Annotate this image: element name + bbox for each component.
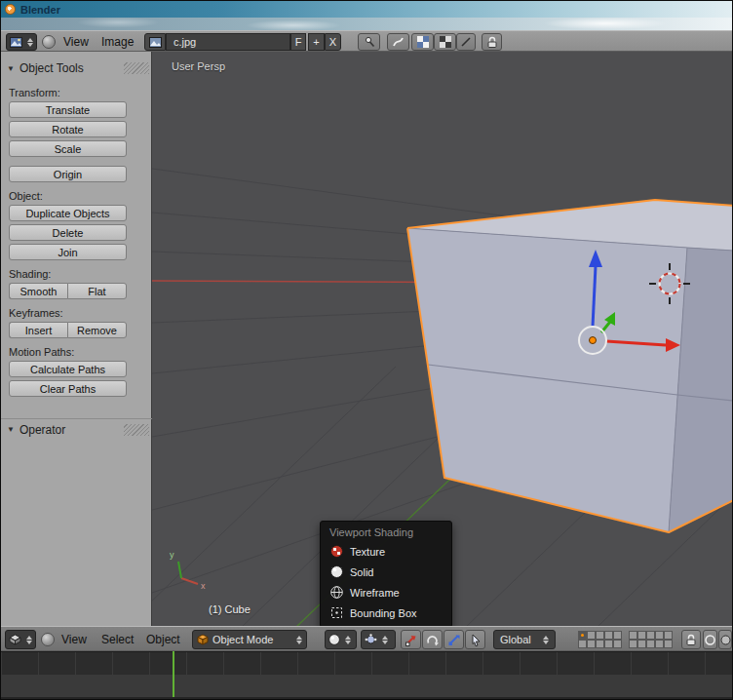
timeline-current-frame[interactable] [173,651,174,697]
menu-item-bounding-box[interactable]: Bounding Box [321,603,451,623]
layer-cell[interactable] [637,631,646,640]
layer-cell[interactable] [596,631,604,640]
viewport-shading-popup: Viewport Shading Texture Solid Wireframe [320,521,452,626]
image-paint-button[interactable] [387,33,409,51]
update-lock-button[interactable] [482,33,502,51]
menu-item-label: Wireframe [350,587,400,599]
layer-cell[interactable] [629,631,637,640]
section-label-motion-paths: Motion Paths: [9,346,127,361]
calculate-paths-button[interactable]: Calculate Paths [9,361,127,377]
insert-keyframe-button[interactable]: Insert [9,322,67,338]
duplicate-objects-button[interactable]: Duplicate Objects [9,205,127,221]
menu-item-texture[interactable]: Texture [321,541,451,562]
editor-type-selector[interactable] [6,33,37,51]
layer-cell[interactable] [604,631,613,640]
layer-cell[interactable] [578,640,587,648]
render-animation-icon [720,635,731,645]
menu-view[interactable]: View [63,35,89,49]
viewport-shading-dropdown[interactable] [325,630,357,649]
fake-user-button[interactable]: F [290,33,306,51]
layer-cell[interactable] [664,631,673,640]
opengl-render-animation-button[interactable] [718,630,732,649]
shade-smooth-button[interactable]: Smooth [9,283,67,299]
layer-cell[interactable] [637,640,646,648]
editor-selector-arrows-icon [26,636,32,644]
layer-cell[interactable] [664,640,673,648]
blender-window: Blender View Image c.jpg F + X [0,0,733,700]
menu-item-solid[interactable]: Solid [321,562,451,582]
menu-item-wireframe[interactable]: Wireframe [321,582,451,603]
layer-cell[interactable] [629,640,637,648]
scene-lock-button[interactable] [681,630,701,649]
panel-title: Object Tools [19,61,84,75]
layer-cell[interactable] [613,631,622,640]
origin-button[interactable]: Origin [9,166,127,182]
join-button[interactable]: Join [9,244,127,260]
menu-select[interactable]: Select [101,633,134,646]
manipulator-mode-button[interactable] [465,630,485,649]
timeline-lower-band[interactable] [1,675,733,697]
orientation-dropdown[interactable]: Global [493,630,556,649]
section-label-keyframes: Keyframes: [9,307,127,322]
image-name-field[interactable]: c.jpg [166,33,290,51]
header-menu-collapse-button[interactable] [41,633,55,646]
menu-object[interactable]: Object [146,633,180,646]
tiled-view-button[interactable] [411,33,434,51]
layer-cell[interactable] [655,640,664,648]
dropdown-arrows-icon [382,636,388,644]
pivot-point-dropdown[interactable] [361,630,396,649]
axis-mini-gizmo [178,562,198,584]
mode-dropdown[interactable]: Object Mode [192,630,307,649]
new-image-button[interactable]: + [308,33,325,51]
menu-view[interactable]: View [61,633,87,646]
shade-flat-button[interactable]: Flat [67,283,127,299]
editor-type-selector[interactable] [5,630,36,649]
cube-object[interactable] [407,200,733,532]
axis-x-label: x [201,581,206,591]
menu-image[interactable]: Image [101,35,134,49]
object-origin-dot [590,337,597,344]
unlink-image-button[interactable]: X [325,33,341,51]
rotate-button[interactable]: Rotate [9,121,127,137]
scale-button[interactable]: Scale [9,140,127,157]
panel-object-tools-header[interactable]: ▼ Object Tools [1,58,152,79]
translate-manipulator-button[interactable] [401,630,421,649]
3d-viewport[interactable]: User Persp (1) Cube y x Viewport Shading… [152,52,733,626]
dropdown-arrows-icon [543,636,549,644]
browse-image-button[interactable] [144,33,166,51]
layer-cell[interactable] [655,631,664,640]
window-title: Blender [20,4,60,16]
backdrop-slash-button[interactable] [456,33,476,51]
pointer-icon [470,634,482,646]
opengl-render-image-button[interactable] [703,630,717,649]
window-titlebar[interactable]: Blender [1,1,733,18]
layer-cell[interactable] [613,640,622,648]
lock-icon [486,36,498,49]
header-menu-collapse-button[interactable] [42,35,56,49]
menu-item-label: Solid [350,566,373,578]
brush-icon [392,36,405,48]
translate-button[interactable]: Translate [9,101,127,118]
panel-operator-header[interactable]: ▼ Operator [1,418,152,440]
panel-title: Operator [19,423,65,437]
rotate-manipulator-button[interactable] [422,630,443,649]
dropdown-arrows-icon [296,636,302,644]
layer-cell[interactable] [587,631,596,640]
3d-view-header: View Select Object Object Mode [1,626,733,651]
layer-cell[interactable] [604,640,613,648]
orientation-value: Global [500,634,537,645]
delete-button[interactable]: Delete [9,224,127,241]
layer-cell[interactable] [646,640,655,648]
clear-paths-button[interactable]: Clear Paths [9,380,127,397]
dropdown-arrows-icon [345,636,351,644]
layer-cell[interactable] [578,631,587,640]
layers-widget-right [629,631,673,648]
layer-cell[interactable] [596,640,604,648]
repeat-image-button[interactable] [434,33,456,51]
scale-manipulator-button[interactable] [444,630,464,649]
remove-keyframe-button[interactable]: Remove [67,322,127,338]
layer-cell[interactable] [646,631,655,640]
timeline-track-area[interactable] [1,651,733,675]
layer-cell[interactable] [587,640,596,648]
pin-image-button[interactable] [358,33,380,51]
